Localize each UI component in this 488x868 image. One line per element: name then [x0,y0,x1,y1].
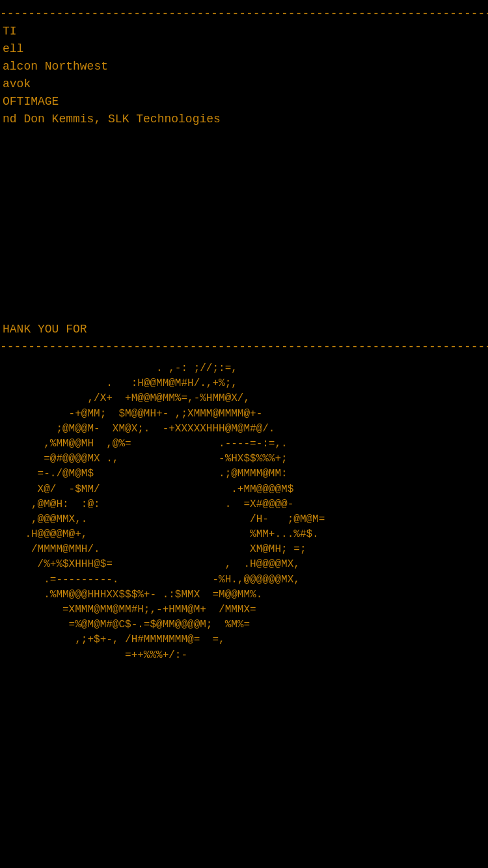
ascii-line: =++%%%+/:- [0,648,488,663]
line-falcon-northwest: alcon Northwest [0,58,488,75]
line-ell: ell [0,40,488,58]
ascii-line: =XMMM@MM@MM#H;,-+HMM@M+ /MMMX= [0,603,488,617]
ascii-line: .=---------. -%H.,@@@@@@MX, [0,573,488,588]
top-section: ----------------------------------------… [0,0,488,133]
thank-section: HANK YOU FOR ---------------------------… [0,316,488,361]
line-ti: TI [0,23,488,40]
divider-top: ----------------------------------------… [0,5,488,23]
thank-you-text: HANK YOU FOR [0,321,488,338]
line-don-kemmis: nd Don Kemmis, SLK Technologies [0,111,488,128]
terminal-container: ----------------------------------------… [0,0,488,663]
ascii-art-section: . ,-: ;//;:=, . :H@@MM@M#H/.,+%;, ,/X+ +… [0,361,488,663]
empty-space [0,133,488,316]
ascii-line: ;@M@@M- XM@X;. -+XXXXXHHH@M@M#@/. [0,422,488,437]
ascii-line: ,@M@H: :@: . =X#@@@@- [0,497,488,512]
ascii-line: . :H@@MM@M#H/.,+%;, [0,376,488,391]
ascii-line: .H@@@@M@+, %MM+...%#$. [0,527,488,542]
ascii-line: /%+%$XHHH@$= , .H@@@@MX, [0,557,488,572]
line-avok: avok [0,75,488,93]
ascii-line: /MMMM@MMH/. XM@MH; =; [0,542,488,557]
ascii-line: . ,-: ;//;:=, [0,361,488,376]
ascii-line: X@/ -$MM/ .+MM@@@@M$ [0,482,488,497]
ascii-line: =%@M@M#@C$-.=$@MM@@@@M; %M%= [0,617,488,632]
ascii-line: =-./@M@M$ .;@MMMM@MM: [0,467,488,481]
line-softimage: OFTIMAGE [0,93,488,111]
ascii-line: -+@MM; $M@@MH+- ,;XMMM@MMMM@+- [0,407,488,422]
divider-bottom: ----------------------------------------… [0,338,488,356]
ascii-line: .%MM@@@HHHXX$$$%+- .:$MMX =M@@MM%. [0,588,488,603]
ascii-line: ,;+$+-, /H#MMMMMMM@= =, [0,632,488,647]
ascii-line: =@#@@@@MX ., -%HX$$%%%+; [0,452,488,467]
ascii-line: ,%MM@@MH ,@%= .----=-:=,. [0,437,488,452]
ascii-line: ,/X+ +M@@M@MM%=,-%HMM@X/, [0,391,488,406]
ascii-line: ,@@@MMX,. /H- ;@M@M= [0,512,488,527]
